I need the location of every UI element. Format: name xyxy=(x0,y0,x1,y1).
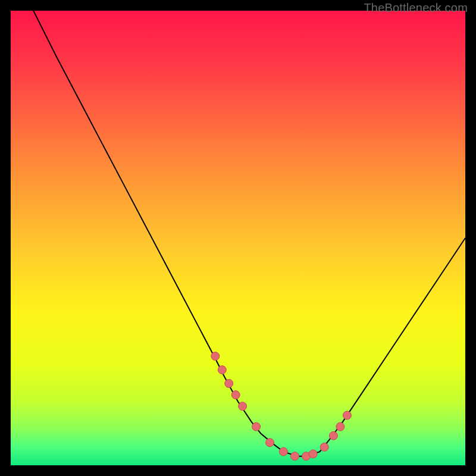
attribution-text: TheBottleneck.com xyxy=(364,1,468,15)
data-dot xyxy=(218,366,226,374)
chart-svg xyxy=(11,11,465,465)
data-dot xyxy=(252,422,261,431)
data-dot xyxy=(279,447,287,456)
data-dot xyxy=(309,450,317,458)
data-dot xyxy=(336,422,345,431)
data-dot xyxy=(225,380,233,388)
chart-frame xyxy=(11,11,465,465)
data-dot xyxy=(211,352,220,361)
data-dot xyxy=(320,443,328,451)
data-dot xyxy=(291,452,299,461)
data-dot xyxy=(266,439,274,447)
data-dot xyxy=(239,402,247,411)
data-dot xyxy=(231,391,240,399)
data-dot xyxy=(343,411,351,419)
data-dot xyxy=(329,431,337,440)
